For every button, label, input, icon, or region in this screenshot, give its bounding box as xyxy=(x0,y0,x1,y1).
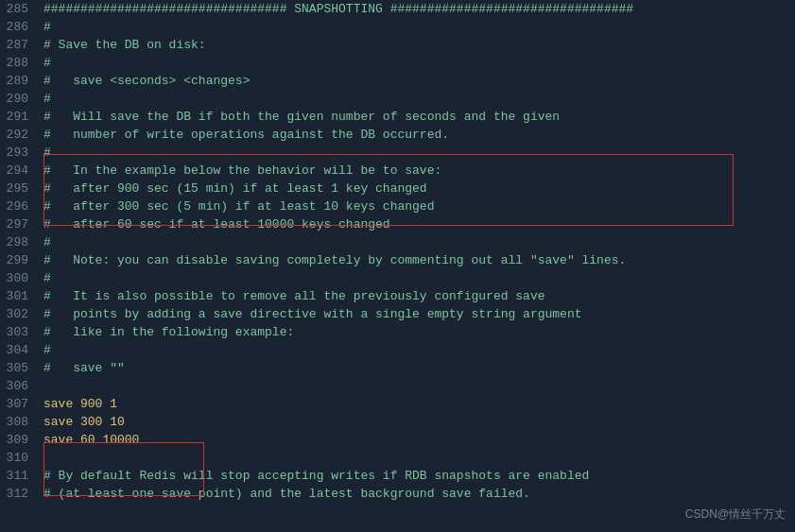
line-content: # like in the following example: xyxy=(36,323,795,341)
line-number: 296 xyxy=(0,197,36,215)
line-number: 287 xyxy=(0,36,36,54)
code-line: 304# xyxy=(0,341,795,359)
code-container: 285################################# SNA… xyxy=(0,0,795,532)
line-content: # after 300 sec (5 min) if at least 10 k… xyxy=(36,197,795,215)
code-line: 296# after 300 sec (5 min) if at least 1… xyxy=(0,197,795,215)
line-number: 305 xyxy=(0,359,36,377)
line-content: # Save the DB on disk: xyxy=(36,36,795,54)
line-content xyxy=(36,449,795,467)
line-number: 308 xyxy=(0,413,36,431)
line-number: 312 xyxy=(0,485,36,503)
line-content: # xyxy=(36,54,795,72)
watermark: CSDN@情丝千万丈 xyxy=(685,506,786,523)
line-content xyxy=(36,377,795,395)
line-content: # By default Redis will stop accepting w… xyxy=(36,467,795,485)
line-number: 303 xyxy=(0,323,36,341)
line-number: 289 xyxy=(0,72,36,90)
line-number: 299 xyxy=(0,251,36,269)
code-line: 298# xyxy=(0,233,795,251)
line-content: ################################# SNAPSH… xyxy=(36,0,795,18)
line-number: 292 xyxy=(0,126,36,144)
line-number: 301 xyxy=(0,287,36,305)
code-line: 293# xyxy=(0,144,795,162)
code-line: 290# xyxy=(0,90,795,108)
line-content: # xyxy=(36,341,795,359)
code-line: 287# Save the DB on disk: xyxy=(0,36,795,54)
code-line: 302# points by adding a save directive w… xyxy=(0,305,795,323)
code-line: 295# after 900 sec (15 min) if at least … xyxy=(0,180,795,197)
line-number: 302 xyxy=(0,305,36,323)
line-number: 310 xyxy=(0,449,36,467)
line-content: # Note: you can disable saving completel… xyxy=(36,251,795,269)
line-content: # number of write operations against the… xyxy=(36,126,795,144)
code-line: 289# save <seconds> <changes> xyxy=(0,72,795,90)
code-line: 294# In the example below the behavior w… xyxy=(0,162,795,180)
line-number: 297 xyxy=(0,215,36,233)
line-number: 307 xyxy=(0,395,36,413)
line-content: # xyxy=(36,269,795,287)
line-content: save 900 1 xyxy=(36,395,795,413)
line-content: # after 60 sec if at least 10000 keys ch… xyxy=(36,215,795,233)
code-line: 311# By default Redis will stop acceptin… xyxy=(0,467,795,485)
line-content: # Will save the DB if both the given num… xyxy=(36,108,795,126)
code-line: 305# save "" xyxy=(0,359,795,377)
line-content: # save <seconds> <changes> xyxy=(36,72,795,90)
line-content: save 300 10 xyxy=(36,413,795,431)
line-number: 309 xyxy=(0,431,36,449)
line-number: 295 xyxy=(0,180,36,197)
code-line: 297# after 60 sec if at least 10000 keys… xyxy=(0,215,795,233)
code-line: 312# (at least one save point) and the l… xyxy=(0,485,795,503)
code-line: 307save 900 1 xyxy=(0,395,795,413)
line-number: 290 xyxy=(0,90,36,108)
code-line: 292# number of write operations against … xyxy=(0,126,795,144)
line-number: 288 xyxy=(0,54,36,72)
code-line: 285################################# SNA… xyxy=(0,0,795,18)
code-line: 286# xyxy=(0,18,795,36)
code-line: 303# like in the following example: xyxy=(0,323,795,341)
code-line: 309save 60 10000 xyxy=(0,431,795,449)
line-number: 294 xyxy=(0,162,36,180)
line-number: 285 xyxy=(0,0,36,18)
code-line: 301# It is also possible to remove all t… xyxy=(0,287,795,305)
line-number: 304 xyxy=(0,341,36,359)
code-line: 310 xyxy=(0,449,795,467)
line-number: 293 xyxy=(0,144,36,162)
code-line: 306 xyxy=(0,377,795,395)
line-content: # It is also possible to remove all the … xyxy=(36,287,795,305)
code-line: 291# Will save the DB if both the given … xyxy=(0,108,795,126)
line-number: 298 xyxy=(0,233,36,251)
line-number: 291 xyxy=(0,108,36,126)
line-number: 306 xyxy=(0,377,36,395)
line-number: 300 xyxy=(0,269,36,287)
line-number: 286 xyxy=(0,18,36,36)
line-content: # save "" xyxy=(36,359,795,377)
line-content: # (at least one save point) and the late… xyxy=(36,485,795,503)
code-line: 288# xyxy=(0,54,795,72)
line-content: # In the example below the behavior will… xyxy=(36,162,795,180)
line-number: 311 xyxy=(0,467,36,485)
line-content: # xyxy=(36,233,795,251)
line-content: save 60 10000 xyxy=(36,431,795,449)
code-table: 285################################# SNA… xyxy=(0,0,795,503)
line-content: # xyxy=(36,90,795,108)
line-content: # xyxy=(36,18,795,36)
code-line: 300# xyxy=(0,269,795,287)
line-content: # points by adding a save directive with… xyxy=(36,305,795,323)
code-line: 299# Note: you can disable saving comple… xyxy=(0,251,795,269)
line-content: # xyxy=(36,144,795,162)
line-content: # after 900 sec (15 min) if at least 1 k… xyxy=(36,180,795,197)
code-line: 308save 300 10 xyxy=(0,413,795,431)
